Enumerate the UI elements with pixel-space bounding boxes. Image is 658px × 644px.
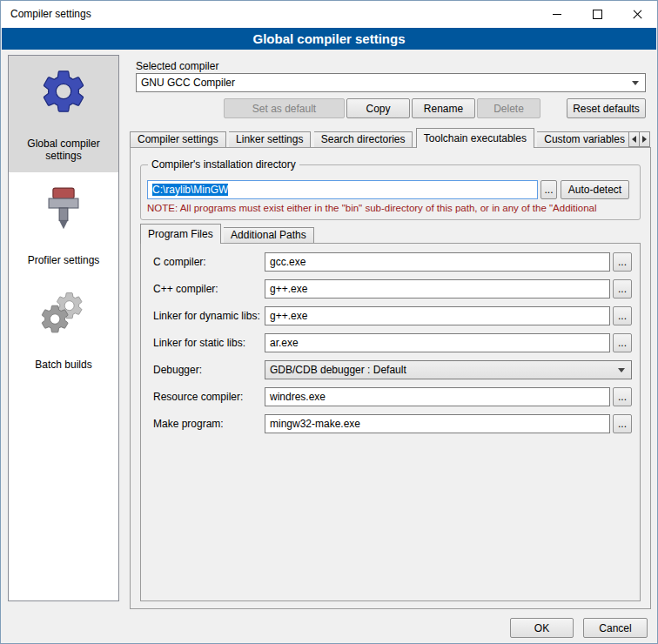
field-value: g++.exe bbox=[270, 283, 307, 295]
chevron-down-icon bbox=[632, 81, 639, 85]
resource-compiler-input[interactable]: windres.exe bbox=[265, 387, 610, 406]
field-label: Resource compiler: bbox=[153, 387, 243, 406]
gear-blue-icon bbox=[10, 64, 117, 118]
tab-scroll-right-icon bbox=[642, 136, 647, 143]
browse-button[interactable]: ... bbox=[613, 333, 632, 352]
tab-custom-variables[interactable]: Custom variables bbox=[537, 131, 629, 147]
settings-sidebar: Global compiler settings Profiler settin… bbox=[8, 55, 119, 601]
profiler-icon bbox=[10, 181, 117, 235]
sidebar-item-label: Batch builds bbox=[10, 359, 117, 371]
cpp-compiler-input[interactable]: g++.exe bbox=[265, 279, 610, 299]
titlebar[interactable]: Compiler settings bbox=[1, 1, 657, 28]
installation-directory-value: C:\raylib\MinGW bbox=[152, 184, 228, 196]
browse-button[interactable]: ... bbox=[613, 387, 632, 406]
tab-scroll-right-button[interactable] bbox=[639, 131, 650, 147]
browse-button[interactable]: ... bbox=[613, 279, 632, 299]
debugger-combobox[interactable]: GDB/CDB debugger : Default bbox=[265, 360, 632, 379]
field-label: C compiler: bbox=[153, 252, 206, 272]
minimize-icon bbox=[553, 14, 561, 15]
dialog-header: Global compiler settings bbox=[2, 28, 656, 50]
sidebar-item-global-compiler-settings[interactable]: Global compiler settings bbox=[9, 56, 118, 172]
sidebar-item-label: Global compiler settings bbox=[10, 138, 117, 162]
tab-program-files[interactable]: Program Files bbox=[140, 224, 221, 244]
tab-compiler-settings[interactable]: Compiler settings bbox=[130, 131, 226, 147]
make-program-input[interactable]: mingw32-make.exe bbox=[265, 414, 610, 433]
debugger-value: GDB/CDB debugger : Default bbox=[265, 364, 618, 376]
auto-detect-button[interactable]: Auto-detect bbox=[561, 180, 629, 199]
field-value: g++.exe bbox=[270, 310, 307, 322]
field-label: C++ compiler: bbox=[153, 279, 218, 299]
linker-dynamic-input[interactable]: g++.exe bbox=[265, 306, 610, 325]
sidebar-item-batch-builds[interactable]: Batch builds bbox=[9, 277, 118, 381]
linker-static-input[interactable]: ar.exe bbox=[265, 333, 610, 352]
cancel-button[interactable]: Cancel bbox=[583, 618, 648, 638]
tab-additional-paths[interactable]: Additional Paths bbox=[224, 227, 314, 243]
field-label: Linker for dynamic libs: bbox=[153, 306, 260, 325]
close-icon bbox=[632, 9, 643, 20]
tab-search-directories[interactable]: Search directories bbox=[314, 131, 413, 147]
set-as-default-button[interactable]: Set as default bbox=[224, 98, 345, 118]
tab-linker-settings[interactable]: Linker settings bbox=[229, 131, 311, 147]
field-label: Debugger: bbox=[153, 360, 202, 379]
field-value: ar.exe bbox=[270, 337, 299, 349]
field-label: Linker for static libs: bbox=[153, 333, 245, 352]
installation-directory-browse-button[interactable]: ... bbox=[540, 180, 557, 199]
tab-scroll-left-icon bbox=[632, 136, 636, 143]
browse-button[interactable]: ... bbox=[613, 306, 632, 325]
program-files-tabstrip: Program Files Additional Paths bbox=[140, 224, 641, 244]
minimize-button[interactable] bbox=[537, 1, 577, 28]
installation-directory-group-title: Compiler's installation directory bbox=[148, 158, 299, 171]
gears-gray-icon bbox=[10, 285, 117, 339]
chevron-down-icon bbox=[618, 368, 625, 372]
delete-button[interactable]: Delete bbox=[477, 98, 540, 118]
installation-directory-input[interactable]: C:\raylib\MinGW bbox=[147, 180, 538, 199]
maximize-icon bbox=[593, 10, 602, 19]
browse-button[interactable]: ... bbox=[613, 414, 632, 433]
copy-button[interactable]: Copy bbox=[346, 98, 410, 118]
selected-compiler-value: GNU GCC Compiler bbox=[137, 77, 632, 89]
field-label: Make program: bbox=[153, 414, 224, 433]
rename-button[interactable]: Rename bbox=[412, 98, 475, 118]
sidebar-item-profiler-settings[interactable]: Profiler settings bbox=[9, 172, 118, 277]
compiler-settings-window: Compiler settings Global compiler settin… bbox=[0, 0, 658, 644]
compiler-tabstrip: Compiler settings Linker settings Search… bbox=[130, 128, 651, 148]
ok-button[interactable]: OK bbox=[510, 618, 574, 638]
field-value: windres.exe bbox=[270, 391, 326, 403]
selected-compiler-combobox[interactable]: GNU GCC Compiler bbox=[136, 73, 646, 92]
reset-defaults-button[interactable]: Reset defaults bbox=[567, 98, 646, 118]
window-title: Compiler settings bbox=[10, 1, 91, 28]
close-button[interactable] bbox=[617, 1, 657, 28]
c-compiler-input[interactable]: gcc.exe bbox=[265, 252, 610, 272]
field-value: mingw32-make.exe bbox=[270, 418, 360, 430]
tab-toolchain-executables[interactable]: Toolchain executables bbox=[416, 128, 534, 148]
browse-button[interactable]: ... bbox=[613, 252, 632, 272]
field-value: gcc.exe bbox=[270, 256, 306, 268]
maximize-button[interactable] bbox=[577, 1, 617, 28]
note-text: NOTE: All programs must exist either in … bbox=[147, 203, 643, 213]
sidebar-item-label: Profiler settings bbox=[10, 254, 117, 266]
